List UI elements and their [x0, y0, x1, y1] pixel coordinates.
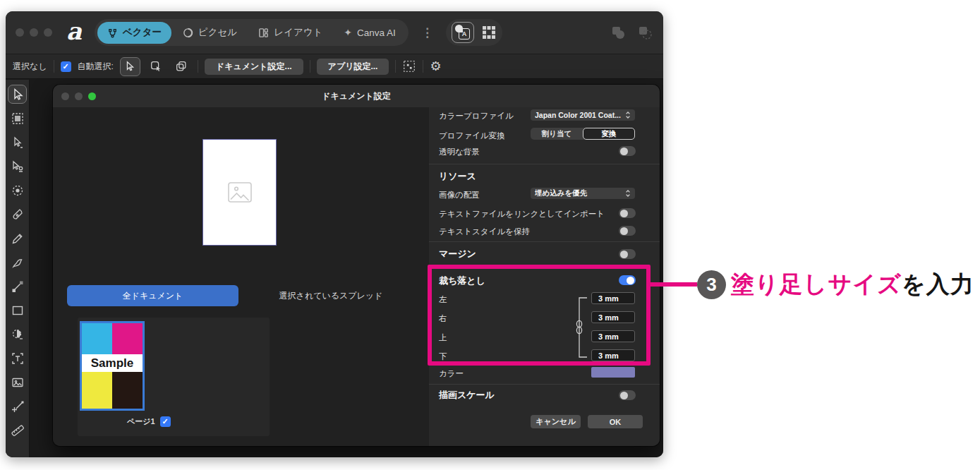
drawing-scale-toggle[interactable] [619, 390, 636, 400]
profile-conversion-label: プロファイル変換 [439, 131, 505, 140]
tools-sidebar [6, 80, 30, 457]
image-placement-dropdown[interactable]: 埋め込みを優先 [531, 188, 635, 199]
tab-pixel-persona[interactable]: ピクセル [173, 22, 247, 44]
transparent-background-label: 透明な背景 [439, 147, 480, 157]
flood-select-tool[interactable] [8, 325, 27, 344]
window-controls[interactable] [16, 28, 52, 37]
auto-select-label: 自動選択: [78, 61, 114, 73]
pixel-persona-icon [183, 28, 193, 38]
zoom-window-icon[interactable] [44, 28, 52, 37]
annotation-suffix: を入力 [902, 269, 974, 301]
layout-persona-icon [258, 28, 269, 38]
cursor-mode-button[interactable] [120, 57, 140, 76]
apps-grid-icon[interactable] [481, 25, 497, 40]
page-checkbox[interactable] [160, 416, 171, 427]
document-settings-button[interactable]: ドキュメント設定... [205, 59, 303, 75]
color-profile-dropdown[interactable]: Japan Color 2001 Coat... [531, 109, 635, 121]
tab-label: Canva AI [357, 28, 396, 38]
kebab-menu-icon[interactable]: ⋮ [421, 25, 433, 40]
sample-text: Sample [82, 354, 143, 372]
close-window-icon[interactable] [16, 28, 24, 37]
annotation-text: 塗り足しサイズを入力 [731, 270, 974, 299]
tab-selected-spread[interactable]: 選択されているスプレッド [238, 285, 423, 306]
vector-persona-icon [107, 28, 118, 38]
profile-conversion-segmented: 割り当て 変換 [531, 128, 635, 140]
resources-header: リソース [439, 171, 476, 181]
duplicate-button[interactable] [172, 58, 191, 76]
margins-toggle[interactable] [619, 249, 636, 259]
callout-line [649, 282, 697, 287]
transparent-background-toggle[interactable] [619, 146, 636, 156]
image-placement-label: 画像の配置 [439, 190, 480, 200]
affinity-logo: a [66, 19, 82, 43]
scope-tabs: 全ドキュメント 選択されているスプレッド [67, 285, 423, 306]
canva-ai-icon: ✦ [344, 28, 352, 37]
layer-select-button[interactable] [147, 58, 166, 76]
move-tool[interactable] [8, 85, 27, 104]
dialog-title: ドキュメント設定 [53, 90, 660, 102]
tab-label: レイアウト [274, 26, 322, 39]
yellow-quadrant [82, 366, 112, 409]
pages-panel: Sample ページ1 [78, 318, 270, 436]
assign-option[interactable]: 割り当て [531, 128, 583, 140]
drawing-scale-header: 描画スケール [439, 390, 495, 400]
picture-frame-tool[interactable] [8, 373, 27, 392]
minimize-window-icon[interactable] [30, 28, 38, 37]
annotation-highlight: 塗り足しサイズ [731, 269, 902, 301]
cancel-button[interactable]: キャンセル [531, 415, 581, 428]
link-text-files-label: テキストファイルをリンクとしてインポート [439, 209, 605, 219]
vector-brush-tool[interactable] [8, 253, 27, 272]
pencil-tool[interactable] [8, 229, 27, 248]
context-toolbar: 選択なし 自動選択: ドキュメント設定... アプリ設定... ⚙ [6, 54, 663, 79]
persona-switcher: A [446, 19, 502, 46]
dropdown-chevron-icon [625, 189, 631, 198]
preserve-text-styles-label: テキストスタイルを保持 [439, 227, 530, 236]
boolean-shape-filled-icon [610, 24, 627, 41]
page-thumbnail[interactable]: Sample [80, 321, 145, 411]
rectangle-tool[interactable] [8, 301, 27, 320]
boolean-shape-outline-icon [636, 24, 653, 41]
ok-button[interactable]: OK [588, 415, 643, 428]
selection-brush-tool[interactable] [8, 181, 27, 200]
auto-select-checkbox[interactable] [61, 61, 71, 72]
black-quadrant [112, 366, 143, 409]
measure-tool[interactable] [8, 421, 27, 440]
app-window: a ベクター ピクセル レイアウト ✦ [6, 11, 663, 457]
dropdown-chevron-icon [625, 111, 631, 119]
gradient-tool[interactable] [8, 277, 27, 296]
link-text-files-toggle[interactable] [619, 208, 636, 218]
tab-label: ピクセル [198, 26, 237, 39]
image-placeholder-icon [228, 182, 252, 203]
tab-vector-persona[interactable]: ベクター [97, 22, 171, 44]
preserve-text-styles-toggle[interactable] [619, 226, 636, 236]
app-titlebar: a ベクター ピクセル レイアウト ✦ [6, 11, 663, 54]
tab-layout-persona[interactable]: レイアウト [248, 22, 332, 44]
bleed-color-swatch[interactable] [591, 367, 635, 378]
node-tool[interactable] [8, 133, 27, 152]
bleed-color-label: カラー [439, 368, 464, 378]
color-profile-label: カラープロファイル [439, 111, 514, 121]
step-number-badge: 3 [697, 270, 726, 299]
selection-status: 選択なし [13, 61, 47, 73]
point-transform-tool[interactable] [8, 397, 27, 416]
margins-header: マージン [439, 248, 476, 259]
boolean-ops [610, 24, 653, 41]
tab-all-documents[interactable]: 全ドキュメント [67, 285, 238, 306]
app-settings-button[interactable]: アプリ設定... [317, 59, 389, 75]
corner-tool[interactable] [8, 157, 27, 176]
page-preview [202, 139, 277, 246]
artboard-tool[interactable] [8, 109, 27, 128]
tab-label: ベクター [123, 26, 162, 39]
text-persona-icon[interactable]: A [452, 22, 474, 43]
gear-icon[interactable]: ⚙ [430, 60, 441, 73]
persona-tabs: ベクター ピクセル レイアウト ✦ Canva AI [95, 19, 409, 46]
page-label-row: ページ1 [127, 416, 171, 427]
bleed-highlight-box [428, 265, 651, 366]
dialog-titlebar: ドキュメント設定 [53, 85, 660, 108]
frame-text-tool[interactable] [8, 349, 27, 368]
snapping-icon[interactable] [402, 59, 416, 73]
convert-option[interactable]: 変換 [583, 128, 635, 140]
dialog-preview-pane: 全ドキュメント 選択されているスプレッド Sample ページ1 [53, 107, 429, 446]
pen-tool[interactable] [8, 205, 27, 224]
tab-canva-ai[interactable]: ✦ Canva AI [334, 22, 406, 44]
